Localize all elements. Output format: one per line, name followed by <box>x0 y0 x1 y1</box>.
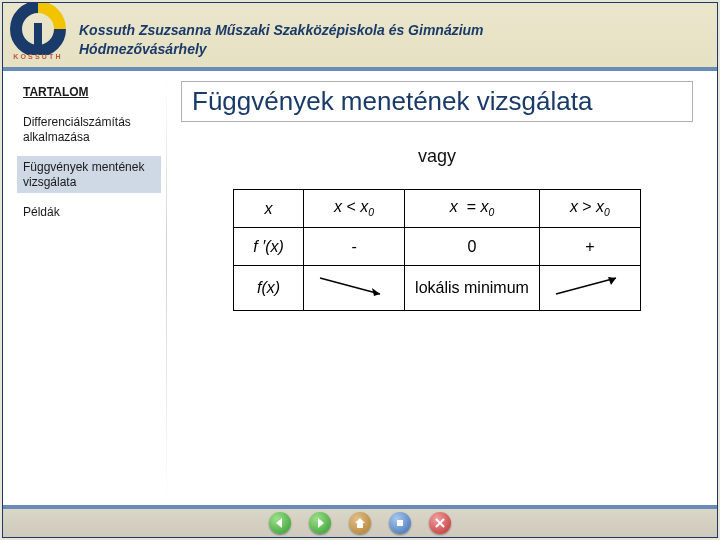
cell: 0 <box>405 228 540 266</box>
forward-button[interactable] <box>309 512 331 534</box>
svg-rect-8 <box>397 520 403 526</box>
close-button[interactable] <box>429 512 451 534</box>
main-content: Függvények menetének vizsgálata vagy x x… <box>167 75 717 505</box>
cell: x > x0 <box>539 190 640 228</box>
footer-nav <box>3 505 717 537</box>
row-header-f: f(x) <box>234 266 304 311</box>
table-row: x x < x0 x = x0 x > x0 <box>234 190 641 228</box>
row-header-fprime: f ′(x) <box>234 228 304 266</box>
nav-item-funcs[interactable]: Függvények mentének vizsgálata <box>17 156 161 193</box>
back-button[interactable] <box>269 512 291 534</box>
header: KOSSUTH Kossuth Zsuzsanna Műszaki Szakkö… <box>3 3 717 71</box>
cell: + <box>539 228 640 266</box>
analysis-table: x x < x0 x = x0 x > x0 f ′(x) - 0 + f(x) <box>233 189 641 311</box>
cell: - <box>304 228 405 266</box>
cell-arrow-down <box>304 266 405 311</box>
arrow-down-icon <box>314 274 394 298</box>
table-row: f ′(x) - 0 + <box>234 228 641 266</box>
school-title: Kossuth Zsuzsanna Műszaki Szakközépiskol… <box>79 11 484 59</box>
svg-line-1 <box>320 278 380 294</box>
svg-marker-2 <box>372 288 380 296</box>
home-button[interactable] <box>349 512 371 534</box>
cell-local-min: lokális minimum <box>405 266 540 311</box>
svg-line-3 <box>556 278 616 294</box>
subhead: vagy <box>181 146 693 167</box>
stop-button[interactable] <box>389 512 411 534</box>
row-header-x: x <box>234 190 304 228</box>
nav-item-examples[interactable]: Példák <box>17 201 161 223</box>
app-frame: KOSSUTH Kossuth Zsuzsanna Műszaki Szakkö… <box>2 2 718 538</box>
nav-toc[interactable]: TARTALOM <box>17 81 161 103</box>
school-city: Hódmezővásárhely <box>79 40 484 59</box>
body-area: TARTALOM Differenciálszámítás alkalmazás… <box>3 75 717 505</box>
svg-marker-7 <box>355 518 365 528</box>
cell-arrow-up <box>539 266 640 311</box>
svg-marker-6 <box>318 518 324 528</box>
cell: x < x0 <box>304 190 405 228</box>
arrow-up-icon <box>550 274 630 298</box>
logo-label: KOSSUTH <box>9 53 67 60</box>
local-min-label: lokális minimum <box>415 279 529 296</box>
svg-marker-5 <box>276 518 282 528</box>
school-name: Kossuth Zsuzsanna Műszaki Szakközépiskol… <box>79 21 484 40</box>
cell: x = x0 <box>405 190 540 228</box>
svg-rect-0 <box>34 23 42 47</box>
page-title: Függvények menetének vizsgálata <box>181 81 693 122</box>
table-row: f(x) lokális minimum <box>234 266 641 311</box>
nav-item-diff[interactable]: Differenciálszámítás alkalmazása <box>17 111 161 148</box>
school-logo: KOSSUTH <box>3 1 79 69</box>
sidebar: TARTALOM Differenciálszámítás alkalmazás… <box>3 75 167 505</box>
svg-marker-4 <box>608 277 616 285</box>
